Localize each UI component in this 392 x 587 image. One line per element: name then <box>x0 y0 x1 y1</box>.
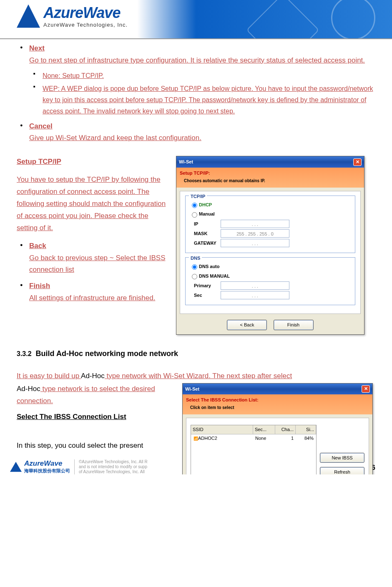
adhoc-plain-2: Ad-Hoc <box>17 385 40 393</box>
term-finish: Finish <box>29 282 50 290</box>
dialog-footer: < Back Finish <box>176 317 364 334</box>
groupbox-label-tcpip: TCP/IP <box>189 193 207 201</box>
label-manual: Manual <box>199 210 215 218</box>
col-cha[interactable]: Cha... <box>275 425 296 434</box>
desc-cancel: Give up Wi-Set Wizard and keep the last … <box>29 134 201 142</box>
field-gateway[interactable]: . . . <box>221 239 289 247</box>
header-logo-text: AzureWave AzureWave Technologies, Inc. <box>43 4 128 28</box>
radio-dhcp[interactable] <box>192 203 197 208</box>
dialog-title: Wi-Set <box>179 158 193 166</box>
action-list: Next Go to next step of infrastructure t… <box>17 43 375 144</box>
label-sec: Sec <box>194 291 221 299</box>
dialog-titlebar-2: Wi-Set ✕ <box>183 384 372 395</box>
dialog-subtitle2: Chooses automatic or manual obtains IP. <box>180 177 361 184</box>
dialog-subtitle: Setup TCP/IP: <box>180 171 210 176</box>
sub-list-next: None: Setup TCP/IP. WEP: A WEP dialog is… <box>29 70 375 117</box>
field-primary[interactable]: . . . <box>221 281 289 290</box>
dialog-setup-tcpip: Wi-Set ✕ Setup TCP/IP: Chooses automatic… <box>176 156 364 335</box>
dialog-title-2: Wi-Set <box>185 385 199 393</box>
field-sec[interactable]: . . . <box>221 291 289 299</box>
sub-none: None: Setup TCP/IP. <box>43 72 104 79</box>
heading-ibss-list: Select The IBSS Connection List <box>17 411 177 423</box>
field-mask[interactable]: 255 . 255 . 255 . 0 <box>221 229 289 238</box>
new-ibss-button[interactable]: New IBSS <box>320 453 364 463</box>
list-item-next: Next Go to next step of infrastructure t… <box>29 43 375 117</box>
label-dns-auto: DNS auto <box>199 263 220 271</box>
dialog-subtitle-4: Click on item to select <box>186 404 369 411</box>
radio-dns-auto[interactable] <box>192 264 197 270</box>
term-cancel: Cancel <box>29 122 53 130</box>
section-title: Build Ad-Hoc networking mode network <box>36 349 178 358</box>
dialog-subtitle-3: Select The IBSS Connection List: <box>186 397 259 402</box>
label-primary: Primary <box>194 282 221 290</box>
label-dns-manual: DNS MANUAL <box>199 272 230 280</box>
radio-manual[interactable] <box>192 212 197 218</box>
header-brand: AzureWave <box>43 4 128 22</box>
label-gateway: GATEWAY <box>194 239 221 247</box>
col-sec[interactable]: Sec... <box>253 425 275 434</box>
desc-next: Go to next step of infrastructure type c… <box>29 56 365 64</box>
heading-setup-tcpip: Setup TCP/IP <box>17 156 171 168</box>
header-banner: AzureWave AzureWave Technologies, Inc. <box>0 0 392 39</box>
groupbox-dns: DNS DNS auto DNS MANUAL Primary. . . Sec… <box>185 257 355 305</box>
listbox-row[interactable]: 📶ADHOC2 None 1 84% <box>191 434 316 442</box>
header-decoration <box>183 0 392 38</box>
ibss-listbox[interactable]: SSID Sec... Cha... Si... 📶ADHOC2 None 1 … <box>191 425 317 474</box>
dialog-subhead: Setup TCP/IP: Chooses automatic or manua… <box>176 168 364 188</box>
list-item-cancel: Cancel Give up Wi-Set Wizard and keep th… <box>29 120 375 145</box>
header-logo-area: AzureWave AzureWave Technologies, Inc. <box>17 4 128 28</box>
label-mask: MASK <box>194 230 221 238</box>
listbox-header: SSID Sec... Cha... Si... <box>191 425 316 434</box>
field-ip[interactable]: . . . <box>221 220 289 228</box>
list-item-back: Back Go back to previous step ~ Select t… <box>29 240 171 276</box>
back-button[interactable]: < Back <box>227 320 267 330</box>
finish-button[interactable]: Finish <box>274 320 314 330</box>
groupbox-tcpip: TCP/IP DHCP Manual IP. . . MASK255 . 255… <box>185 196 355 253</box>
groupbox-label-dns: DNS <box>189 254 202 262</box>
desc-back: Go back to previous step ~ Select the IB… <box>29 254 166 274</box>
para-adhoc-intro: It is easy to build up Ad-Hoc type netwo… <box>17 370 375 382</box>
col-si[interactable]: Si... <box>296 425 316 434</box>
header-tagline: AzureWave Technologies, Inc. <box>43 22 128 28</box>
label-ip: IP <box>194 220 221 228</box>
dialog-titlebar: Wi-Set ✕ <box>176 156 364 168</box>
dialog-ibss-list: Wi-Set ✕ Select The IBSS Connection List… <box>182 383 373 474</box>
dialog-subhead-2: Select The IBSS Connection List: Click o… <box>183 394 372 414</box>
azurewave-logo-icon <box>17 5 40 28</box>
para-setup-tcpip: You have to setup the TCP/IP by followin… <box>17 174 171 234</box>
para-last-line: In this step, you could select the prese… <box>17 440 177 452</box>
list-item-finish-action: Finish All settings of infrastructure ar… <box>29 280 171 304</box>
close-icon[interactable]: ✕ <box>353 158 362 166</box>
term-back: Back <box>29 242 46 250</box>
label-dhcp: DHCP <box>199 201 212 209</box>
refresh-button[interactable]: Refresh <box>320 467 364 474</box>
sub-wep: WEP: A WEP dialog is pope dup before Set… <box>43 85 373 115</box>
radio-dns-manual[interactable] <box>192 274 197 279</box>
desc-finish: All settings of infrastructure are finis… <box>29 294 155 302</box>
section-heading-332: 3.3.2 Build Ad-Hoc networking mode netwo… <box>17 347 375 360</box>
section-number: 3.3.2 <box>17 350 32 357</box>
col-ssid[interactable]: SSID <box>191 425 253 434</box>
term-next: Next <box>29 44 45 52</box>
close-icon[interactable]: ✕ <box>362 385 370 393</box>
